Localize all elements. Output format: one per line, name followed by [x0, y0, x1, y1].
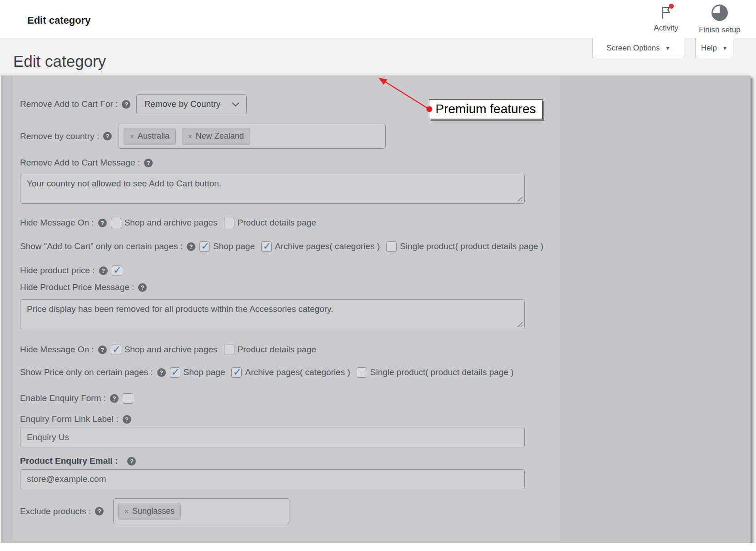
product-tag-label: Sunglasses — [132, 506, 174, 516]
page-bottom-strip — [0, 543, 756, 551]
row-enquiry-link-label: Enquiry Form Link Label : ? — [20, 414, 131, 425]
hide-price-message-label: Hide Product Price Message : — [20, 282, 134, 292]
checkbox-archive-pages[interactable] — [231, 367, 242, 378]
activity-button[interactable]: Activity — [639, 5, 693, 33]
top-bar: Edit category Activity Finish setup — [0, 0, 756, 38]
checkbox-label: Archive pages( categories ) — [275, 241, 380, 251]
checkbox-shop-archive-pages[interactable] — [111, 218, 121, 228]
settings-screenshot-panel: Remove Add to Cart For : ? Remove by Cou… — [1, 75, 751, 543]
row-show-price-pages: Show Price only on certain pages : ? Sho… — [20, 366, 514, 379]
help-icon[interactable]: ? — [95, 507, 104, 516]
premium-settings-form: Remove Add to Cart For : ? Remove by Cou… — [13, 76, 560, 541]
enquiry-email-input[interactable] — [20, 469, 525, 489]
page-title: Edit category — [13, 52, 106, 70]
premium-features-callout: Premium features — [429, 99, 542, 119]
checkbox-label: Product details page — [238, 218, 316, 228]
checkbox-shop-page[interactable] — [170, 367, 180, 378]
row-hide-product-price: Hide product price : ? — [20, 264, 122, 277]
screen-options-tab[interactable]: Screen Options ▼ — [592, 38, 684, 58]
remove-for-selected-value: Remove by Country — [144, 99, 220, 109]
enable-enquiry-label: Enable Enquiry Form : — [20, 393, 106, 403]
help-tab[interactable]: Help ▼ — [695, 38, 733, 58]
remove-by-country-label: Remove by country : — [20, 131, 99, 141]
show-add-to-cart-label: Show “Add to Cart” only on certain pages… — [20, 241, 183, 251]
help-icon[interactable]: ? — [123, 415, 131, 424]
finish-setup-button[interactable]: Finish setup — [692, 5, 747, 35]
remove-message-label: Remove Add to Cart Message : — [20, 158, 140, 168]
checkbox-single-product[interactable] — [357, 367, 367, 378]
help-icon[interactable]: ? — [138, 283, 147, 292]
show-price-label: Show Price only on certain pages : — [20, 367, 153, 377]
checkbox-shop-archive-pages[interactable] — [111, 345, 121, 355]
help-icon[interactable]: ? — [187, 242, 195, 251]
chevron-down-icon: ▼ — [722, 45, 727, 51]
checkbox-label: Product details page — [238, 345, 316, 355]
hide-message-on-label: Hide Message On : — [20, 345, 94, 355]
row-hide-price-message-label: Hide Product Price Message : ? — [20, 282, 147, 293]
checkbox-single-product[interactable] — [386, 241, 397, 252]
screen-options-label: Screen Options — [607, 44, 660, 53]
remove-tag-icon[interactable]: × — [130, 132, 134, 140]
help-icon[interactable]: ? — [99, 266, 108, 275]
activity-label: Activity — [639, 24, 693, 33]
row-enquiry-email-label: Product Enquiry Email : ? — [20, 456, 136, 466]
country-tag-label: New Zealand — [196, 131, 244, 141]
help-icon[interactable]: ? — [110, 394, 119, 403]
finish-setup-label: Finish setup — [692, 25, 747, 35]
hide-product-price-label: Hide product price : — [20, 265, 95, 276]
enquiry-link-input[interactable] — [20, 427, 525, 447]
checkbox-archive-pages[interactable] — [261, 241, 272, 252]
checkbox-label: Shop page — [213, 241, 255, 251]
remove-message-textarea[interactable]: Your country not allowed to see Add to C… — [20, 174, 525, 204]
remove-for-label: Remove Add to Cart For : — [20, 99, 118, 109]
help-icon[interactable]: ? — [98, 346, 107, 354]
remove-for-select[interactable]: Remove by Country — [136, 94, 247, 114]
row-enable-enquiry-form: Enable Enquiry Form : ? — [20, 392, 133, 405]
checkbox-label: Shop and archive pages — [124, 345, 218, 355]
country-tags-input[interactable]: × Australia × New Zealand — [119, 124, 386, 149]
help-icon[interactable]: ? — [122, 100, 130, 109]
checkbox-label: Archive pages( categories ) — [245, 367, 350, 377]
hide-price-message-textarea[interactable]: Price display has been removed for all p… — [20, 299, 525, 329]
checkbox-product-details-page[interactable] — [224, 345, 234, 355]
remove-tag-icon[interactable]: × — [124, 507, 129, 515]
row-remove-message-label: Remove Add to Cart Message : ? — [20, 157, 153, 168]
row-hide-message-on-1: Hide Message On : ? Shop and archive pag… — [20, 216, 316, 229]
setup-progress-icon — [711, 5, 728, 21]
checkbox-label: Single product( product details page ) — [400, 241, 543, 251]
window-title: Edit category — [27, 15, 90, 26]
chevron-down-icon — [232, 99, 239, 106]
premium-features-label: Premium features — [436, 102, 536, 116]
row-hide-message-on-2: Hide Message On : ? Shop and archive pag… — [20, 343, 316, 356]
help-tab-label: Help — [701, 44, 717, 53]
checkbox-hide-product-price[interactable] — [112, 265, 122, 276]
country-tag: × Australia — [124, 128, 176, 145]
checkbox-product-details-page[interactable] — [224, 218, 234, 228]
country-tag: × New Zealand — [182, 128, 250, 145]
checkbox-label: Shop and archive pages — [124, 218, 218, 228]
exclude-products-label: Exclude products : — [20, 506, 91, 516]
activity-unread-badge — [669, 4, 674, 9]
help-icon[interactable]: ? — [157, 368, 166, 377]
exclude-products-tags-input[interactable]: × Sunglasses — [113, 498, 289, 524]
enquiry-link-label: Enquiry Form Link Label : — [20, 414, 119, 424]
help-icon[interactable]: ? — [127, 457, 136, 466]
checkbox-label: Single product( product details page ) — [370, 367, 514, 377]
activity-flag-icon — [659, 5, 673, 19]
row-remove-by-country: Remove by country : ? × Australia × New … — [20, 124, 386, 149]
country-tag-label: Australia — [138, 131, 169, 141]
enquiry-email-label: Product Enquiry Email : — [20, 456, 118, 466]
help-icon[interactable]: ? — [144, 159, 153, 167]
row-exclude-products: Exclude products : ? × Sunglasses — [20, 498, 289, 524]
hide-message-on-label: Hide Message On : — [20, 218, 94, 228]
row-show-add-to-cart-pages: Show “Add to Cart” only on certain pages… — [20, 240, 543, 253]
chevron-down-icon: ▼ — [665, 45, 670, 51]
checkbox-shop-page[interactable] — [199, 241, 210, 252]
checkbox-enable-enquiry-form[interactable] — [123, 393, 133, 404]
product-tag: × Sunglasses — [118, 503, 181, 520]
checkbox-label: Shop page — [184, 367, 225, 377]
row-remove-add-to-cart-for: Remove Add to Cart For : ? Remove by Cou… — [20, 94, 247, 114]
remove-tag-icon[interactable]: × — [188, 132, 192, 140]
help-icon[interactable]: ? — [98, 219, 107, 227]
help-icon[interactable]: ? — [103, 132, 112, 140]
